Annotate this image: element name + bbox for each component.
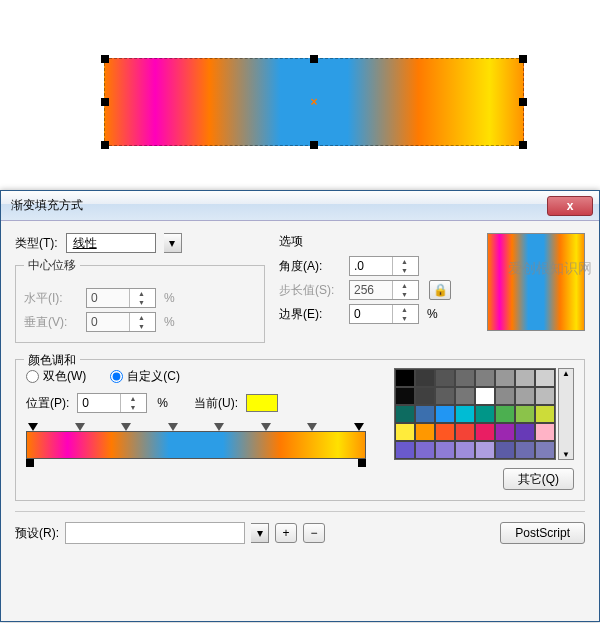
gradient-stop-marker[interactable]: [75, 423, 85, 431]
gradient-stop-marker[interactable]: [168, 423, 178, 431]
vertical-unit: %: [164, 315, 175, 329]
palette-swatch[interactable]: [495, 441, 515, 459]
palette-swatch[interactable]: [415, 441, 435, 459]
postscript-button[interactable]: PostScript: [500, 522, 585, 544]
palette-swatch[interactable]: [455, 387, 475, 405]
gradient-stop-marker[interactable]: [214, 423, 224, 431]
preset-select[interactable]: [65, 522, 245, 544]
palette-swatch[interactable]: [435, 405, 455, 423]
scroll-up-icon[interactable]: ▲: [562, 369, 570, 378]
palette-swatch[interactable]: [415, 405, 435, 423]
border-value[interactable]: [350, 305, 392, 323]
palette-swatch[interactable]: [395, 441, 415, 459]
palette-swatch[interactable]: [455, 441, 475, 459]
palette-swatch[interactable]: [515, 369, 535, 387]
gradient-stop-marker[interactable]: [261, 423, 271, 431]
palette-swatch[interactable]: [435, 369, 455, 387]
resize-handle-br[interactable]: [519, 141, 527, 149]
resize-handle-bl[interactable]: [101, 141, 109, 149]
palette-swatch[interactable]: [535, 369, 555, 387]
custom-radio[interactable]: 自定义(C): [110, 368, 180, 385]
gradient-stop-marker[interactable]: [307, 423, 317, 431]
palette-swatch[interactable]: [455, 405, 475, 423]
palette-swatch[interactable]: [395, 423, 415, 441]
center-marker[interactable]: ×: [310, 95, 317, 109]
gradient-preview: [487, 233, 585, 331]
palette-swatch[interactable]: [495, 369, 515, 387]
gradient-color-stop[interactable]: [358, 459, 366, 467]
gradient-editor[interactable]: [26, 419, 366, 469]
preset-remove-button[interactable]: −: [303, 523, 325, 543]
palette-swatch[interactable]: [435, 423, 455, 441]
type-select-dropdown[interactable]: ▾: [164, 233, 182, 253]
palette-swatch[interactable]: [475, 441, 495, 459]
gradient-stop-marker[interactable]: [121, 423, 131, 431]
gradient-stop-marker[interactable]: [28, 423, 38, 431]
selected-gradient-rectangle[interactable]: ×: [104, 58, 524, 146]
separator: [15, 511, 585, 512]
palette-scrollbar[interactable]: ▲▼: [558, 368, 574, 460]
palette-swatch[interactable]: [395, 369, 415, 387]
position-value[interactable]: [78, 394, 120, 412]
close-button[interactable]: x: [547, 196, 593, 216]
preset-dropdown[interactable]: ▾: [251, 523, 269, 543]
gradient-bar[interactable]: [26, 431, 366, 459]
color-harmony-group: 颜色调和 双色(W) 自定义(C) 位置(P): ▲▼ % 当前(U): [15, 359, 585, 501]
resize-handle-tm[interactable]: [310, 55, 318, 63]
palette-swatch[interactable]: [515, 405, 535, 423]
two-color-radio[interactable]: 双色(W): [26, 368, 86, 385]
gradient-stops-top[interactable]: [26, 419, 366, 431]
palette-swatch[interactable]: [435, 441, 455, 459]
angle-value[interactable]: [350, 257, 392, 275]
border-input[interactable]: ▲▼: [349, 304, 419, 324]
horizontal-value: [87, 289, 129, 307]
position-spinner[interactable]: ▲▼: [120, 394, 144, 412]
palette-swatch[interactable]: [475, 423, 495, 441]
gradient-fill-dialog: 渐变填充方式 x 类型(T): 线性 ▾ 中心位移 水平(I): ▲▼: [0, 190, 600, 622]
palette-swatch[interactable]: [495, 423, 515, 441]
border-spinner[interactable]: ▲▼: [392, 305, 416, 323]
palette-swatch[interactable]: [535, 423, 555, 441]
resize-handle-mr[interactable]: [519, 98, 527, 106]
resize-handle-tr[interactable]: [519, 55, 527, 63]
canvas-area: ×: [0, 0, 600, 190]
other-colors-button[interactable]: 其它(Q): [503, 468, 574, 490]
scroll-down-icon[interactable]: ▼: [562, 450, 570, 459]
palette-swatch[interactable]: [535, 387, 555, 405]
palette-swatch[interactable]: [535, 405, 555, 423]
palette-swatch[interactable]: [495, 405, 515, 423]
palette-swatch[interactable]: [415, 369, 435, 387]
vertical-input: ▲▼: [86, 312, 156, 332]
palette-swatch[interactable]: [535, 441, 555, 459]
type-select[interactable]: 线性: [66, 233, 156, 253]
step-lock-button[interactable]: 🔒: [429, 280, 451, 300]
palette-swatch[interactable]: [395, 387, 415, 405]
palette-swatch[interactable]: [475, 387, 495, 405]
gradient-stops-bottom[interactable]: [26, 459, 366, 469]
color-palette[interactable]: [394, 368, 556, 460]
palette-swatch[interactable]: [455, 423, 475, 441]
palette-swatch[interactable]: [415, 423, 435, 441]
resize-handle-bm[interactable]: [310, 141, 318, 149]
angle-input[interactable]: ▲▼: [349, 256, 419, 276]
position-input[interactable]: ▲▼: [77, 393, 147, 413]
palette-swatch[interactable]: [495, 387, 515, 405]
current-color-swatch[interactable]: [246, 394, 278, 412]
gradient-stop-marker[interactable]: [354, 423, 364, 431]
resize-handle-ml[interactable]: [101, 98, 109, 106]
gradient-color-stop[interactable]: [26, 459, 34, 467]
palette-swatch[interactable]: [515, 423, 535, 441]
two-color-label: 双色(W): [43, 368, 86, 385]
palette-swatch[interactable]: [455, 369, 475, 387]
palette-swatch[interactable]: [415, 387, 435, 405]
palette-swatch[interactable]: [395, 405, 415, 423]
resize-handle-tl[interactable]: [101, 55, 109, 63]
angle-spinner[interactable]: ▲▼: [392, 257, 416, 275]
palette-swatch[interactable]: [435, 387, 455, 405]
preset-add-button[interactable]: +: [275, 523, 297, 543]
palette-swatch[interactable]: [475, 405, 495, 423]
dialog-titlebar[interactable]: 渐变填充方式 x: [1, 191, 599, 221]
palette-swatch[interactable]: [475, 369, 495, 387]
palette-swatch[interactable]: [515, 387, 535, 405]
palette-swatch[interactable]: [515, 441, 535, 459]
